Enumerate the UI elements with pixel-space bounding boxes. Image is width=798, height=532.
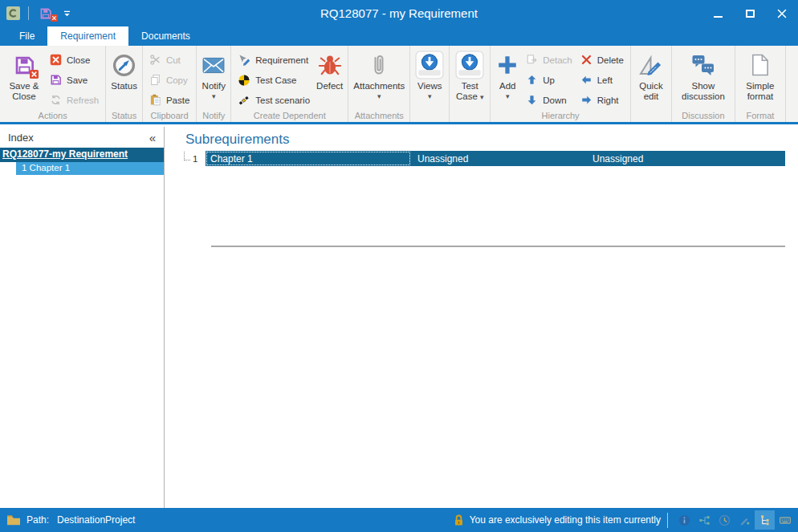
subrequirements-panel: Subrequirements 1 Chapter 1 Unassigned U… <box>165 127 798 508</box>
tab-documents[interactable]: Documents <box>128 26 203 46</box>
move-left-button[interactable]: Left <box>576 70 628 90</box>
dropdown-caret: ▾ <box>428 93 432 100</box>
create-test-case-button[interactable]: Test Case <box>234 70 314 90</box>
requirement-icon <box>238 54 250 67</box>
notify-envelope-icon <box>202 56 226 75</box>
window-controls <box>702 0 798 26</box>
views-button[interactable]: Views ▾ <box>413 48 446 100</box>
statusbar: Path: DestinationProject You are exclusi… <box>0 508 798 532</box>
ribbon-tabs: File Requirement Documents <box>0 26 798 46</box>
path-label: Path: <box>26 514 49 526</box>
group-label-attachments: Attachments <box>348 111 409 120</box>
qat-save-close-button[interactable] <box>37 4 55 23</box>
move-down-button[interactable]: Down <box>522 90 576 110</box>
ribbon-group-actions: Save & Close Close Save Refresh Actions <box>0 46 106 122</box>
close-window-icon <box>777 9 787 18</box>
group-label-create-dependent: Create Dependent <box>231 111 348 120</box>
create-defect-button[interactable]: Defect <box>314 48 345 91</box>
attachments-paperclip-icon <box>370 53 388 78</box>
info-icon[interactable] <box>674 510 694 530</box>
ribbon-group-attachments: Attachments ▾ Attachments <box>348 46 410 122</box>
create-test-scenario-button[interactable]: Test scenario <box>234 90 314 110</box>
notify-button[interactable]: Notify ▾ <box>199 48 228 100</box>
close-button[interactable]: Close <box>46 50 103 70</box>
simple-format-page-icon <box>750 53 770 77</box>
show-discussion-button[interactable]: Show discussion <box>674 48 732 102</box>
close-window-button[interactable] <box>766 0 798 26</box>
quick-edit-button[interactable]: Quick edit <box>633 48 669 102</box>
detach-icon <box>526 54 538 66</box>
paste-clipboard-icon <box>149 94 161 106</box>
keyboard-icon[interactable] <box>775 510 795 530</box>
cell-assignee-2[interactable]: Unassigned <box>586 153 785 164</box>
app-window: RQ128077 - my Requirement File Requireme… <box>0 0 798 532</box>
delete-button[interactable]: Delete <box>576 50 628 70</box>
padlock-icon <box>454 514 464 527</box>
save-and-close-button[interactable]: Save & Close <box>2 48 46 102</box>
history-clock-icon[interactable] <box>715 510 735 530</box>
move-up-button[interactable]: Up <box>522 70 576 90</box>
hierarchy-tree-icon[interactable] <box>694 510 715 530</box>
app-icon[interactable] <box>6 6 20 20</box>
ribbon-group-quick-edit: Quick edit <box>631 46 672 122</box>
refresh-button[interactable]: Refresh <box>46 90 103 110</box>
attachments-button[interactable]: Attachments ▾ <box>351 48 407 100</box>
create-requirement-button[interactable]: Requirement <box>234 50 314 70</box>
sidebar-item-root-requirement[interactable]: RQ128077-my Requirement <box>0 148 164 162</box>
ribbon-group-create-dependent: Requirement Test Case Test scenario Defe… <box>231 46 348 122</box>
lock-message: You are exclusively editing this item cu… <box>470 514 661 526</box>
titlebar: RQ128077 - my Requirement <box>0 0 798 26</box>
minimize-button[interactable] <box>702 0 734 26</box>
save-close-badge-icon <box>51 10 58 25</box>
paste-button[interactable]: Paste <box>145 90 193 110</box>
status-button[interactable]: Status <box>108 48 140 91</box>
arrow-down-icon <box>526 94 538 106</box>
copy-button[interactable]: Copy <box>145 70 193 90</box>
maximize-button[interactable] <box>734 0 766 26</box>
minimize-icon <box>714 16 723 18</box>
views-orb-icon <box>415 51 444 79</box>
window-title: RQ128077 - my Requirement <box>0 0 798 26</box>
ribbon-group-test-case: Test Case ▾ <box>450 46 491 122</box>
dropdown-caret: ▾ <box>506 93 510 100</box>
defect-bug-icon <box>318 53 342 77</box>
test-case-orb-icon <box>455 51 484 79</box>
collapse-sidebar-icon[interactable]: « <box>149 132 156 144</box>
tab-file[interactable]: File <box>6 26 47 46</box>
qat-customize-chevron-icon[interactable] <box>63 6 71 21</box>
table-row[interactable]: Chapter 1 Unassigned Unassigned <box>206 151 785 166</box>
structure-tree-icon[interactable] <box>755 510 775 530</box>
delete-x-icon <box>580 54 592 66</box>
tab-requirement[interactable]: Requirement <box>47 26 128 46</box>
arrow-left-icon <box>580 74 592 86</box>
cell-assignee-1[interactable]: Unassigned <box>411 153 586 164</box>
subrequirement-row-container: 1 Chapter 1 Unassigned Unassigned <box>184 151 785 166</box>
cell-name[interactable]: Chapter 1 <box>206 151 411 166</box>
quick-edit-icon <box>637 53 665 77</box>
add-button[interactable]: Add ▾ <box>493 48 522 100</box>
add-plus-icon <box>495 53 519 77</box>
copy-icon <box>149 74 161 86</box>
sidebar-item-chapter-1[interactable]: 1 Chapter 1 <box>16 162 164 175</box>
detach-button[interactable]: Detach <box>522 50 576 70</box>
simple-format-button[interactable]: Simple format <box>738 48 783 102</box>
close-icon <box>50 54 62 66</box>
arrow-right-icon <box>580 94 592 106</box>
group-label-discussion: Discussion <box>672 111 735 120</box>
save-and-close-label: Save & Close <box>5 81 43 102</box>
status-compass-icon <box>112 53 136 78</box>
test-scenario-icon <box>238 94 250 107</box>
cut-button[interactable]: Cut <box>145 50 193 70</box>
quick-access-toolbar <box>0 4 71 23</box>
move-right-button[interactable]: Right <box>576 90 628 110</box>
ribbon-group-views: Views ▾ <box>410 46 450 122</box>
test-case-views-button[interactable]: Test Case ▾ <box>452 48 487 102</box>
signature-icon[interactable] <box>735 510 755 530</box>
content-area: Index « RQ128077-my Requirement 1 Chapte… <box>0 127 798 508</box>
tree-branch-icon[interactable] <box>184 152 190 160</box>
save-button[interactable]: Save <box>46 70 103 90</box>
ribbon: Save & Close Close Save Refresh Actions <box>0 46 798 124</box>
ribbon-group-discussion: Show discussion Discussion <box>672 46 735 122</box>
panel-heading: Subrequirements <box>185 132 798 148</box>
ribbon-group-status: Status Status <box>106 46 143 122</box>
